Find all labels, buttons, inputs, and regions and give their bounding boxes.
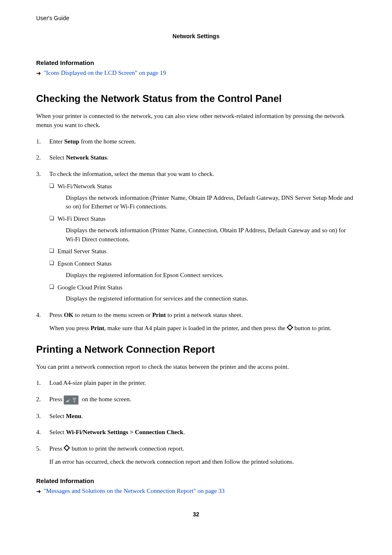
step4-substep: When you press Print, make sure that A4 … [49,324,356,333]
step4-b2: Print [152,312,166,318]
s2-step4-pre: Select [49,429,66,435]
s2-step5-post: button to print the network connection r… [70,445,184,452]
option-desc: Displays the registered information for … [66,271,356,280]
s2-step3-pre: Select [49,413,66,419]
step-number: 2. [36,153,41,162]
section2-intro: You can print a network connection repor… [36,363,356,372]
section2-step1: 1. Load A4-size plain paper in the print… [36,379,356,388]
option-wifi-network: Wi-Fi/Network Status Displays the networ… [49,182,356,211]
step1-text-pre: Enter [49,138,64,145]
section2-step5: 5. Press button to print the network con… [36,444,356,467]
option-desc: Displays the network information (Printe… [66,194,356,212]
step-number: 1. [36,379,41,388]
step-number: 4. [36,311,41,320]
section2-title: Printing a Network Connection Report [36,344,356,355]
wifi-network-icon [64,395,78,405]
step4-b1: OK [64,312,73,318]
step1-text-post: from the home screen. [79,138,136,145]
page-number: 32 [36,511,356,518]
step-number: 5. [36,444,41,453]
related-link-bottom[interactable]: "Messages and Solutions on the Network C… [44,488,225,495]
breadcrumb: Network Settings [36,33,356,39]
step-number: 1. [36,137,41,146]
related-link-row: ➜ "Icons Displayed on the LCD Screen" on… [36,69,356,76]
s2-step4-bold: Wi-Fi/Network Settings > Connection Chec… [66,429,183,435]
option-label: Google Cloud Print Status [58,284,122,291]
step3-text: To check the information, select the men… [49,171,214,177]
s2-step2-post: on the home screen. [80,396,131,402]
related-info-heading-bottom: Related Information [36,477,356,484]
option-label: Wi-Fi Direct Status [58,215,106,222]
svg-point-0 [74,401,75,402]
step4-post: to print a network status sheet. [166,312,243,318]
section2-steps: 1. Load A4-size plain paper in the print… [36,379,356,466]
option-label: Epson Connect Status [58,260,112,267]
diamond-icon [287,324,293,331]
section1-step4: 4. Press OK to return to the menu screen… [36,311,356,333]
section1-step2: 2. Select Network Status. [36,153,356,162]
related-link-top[interactable]: "Icons Displayed on the LCD Screen" on p… [44,69,166,76]
step-number: 3. [36,412,41,421]
section1-step3: 3. To check the information, select the … [36,170,356,303]
section1-intro: When your printer is connected to the ne… [36,112,356,130]
s2-step2-pre: Press [49,396,64,402]
option-desc: Displays the registered information for … [66,294,356,303]
option-desc: Displays the network information (Printe… [66,226,356,244]
arrow-right-icon: ➜ [36,488,41,495]
step1-text-bold: Setup [64,138,79,145]
page-container: User's Guide Network Settings Related In… [0,0,392,538]
step4-sub-b: Print [90,325,104,331]
option-wifi-direct: Wi-Fi Direct Status Displays the network… [49,215,356,244]
s2-step1-text: Load A4-size plain paper in the printer. [49,379,146,386]
s2-step3-bold: Menu [66,413,81,419]
s2-step5-sub: If an error has occurred, check the netw… [49,458,356,467]
step-number: 4. [36,428,41,437]
s2-step3-post: . [81,413,83,419]
step-number: 3. [36,170,41,179]
step4-sub-pre: When you press [49,325,90,331]
section1-step1: 1. Enter Setup from the home screen. [36,137,356,146]
s2-step5-pre: Press [49,445,64,452]
section1-step3-options: Wi-Fi/Network Status Displays the networ… [49,182,356,303]
section1-steps: 1. Enter Setup from the home screen. 2. … [36,137,356,333]
step-number: 2. [36,395,41,404]
step4-sub-post: button to print. [293,325,331,331]
s2-step4-post: . [183,429,185,435]
diamond-icon [64,445,70,451]
step4-mid: to return to the menu screen or [74,312,152,318]
step2-text-bold: Network Status [66,154,107,161]
related-link-row-bottom: ➜ "Messages and Solutions on the Network… [36,488,356,495]
section2-step3: 3. Select Menu. [36,412,356,421]
step2-text-pre: Select [49,154,66,161]
section2-step2: 2. Press on the home screen. [36,395,356,405]
option-email-server: Email Server Status [49,247,356,256]
section2-step4: 4. Select Wi-Fi/Network Settings > Conne… [36,428,356,437]
users-guide-label: User's Guide [36,15,356,21]
option-label: Wi-Fi/Network Status [58,183,112,190]
related-info-heading-top: Related Information [36,59,356,66]
step4-pre: Press [49,312,64,318]
step2-text-post: . [107,154,108,161]
arrow-right-icon: ➜ [36,70,41,77]
option-label: Email Server Status [58,248,106,254]
step4-sub-mid: , make sure that A4 plain paper is loade… [104,325,287,331]
section1-title: Checking the Network Status from the Con… [36,93,356,104]
option-google-cloud: Google Cloud Print Status Displays the r… [49,283,356,304]
option-epson-connect: Epson Connect Status Displays the regist… [49,259,356,280]
